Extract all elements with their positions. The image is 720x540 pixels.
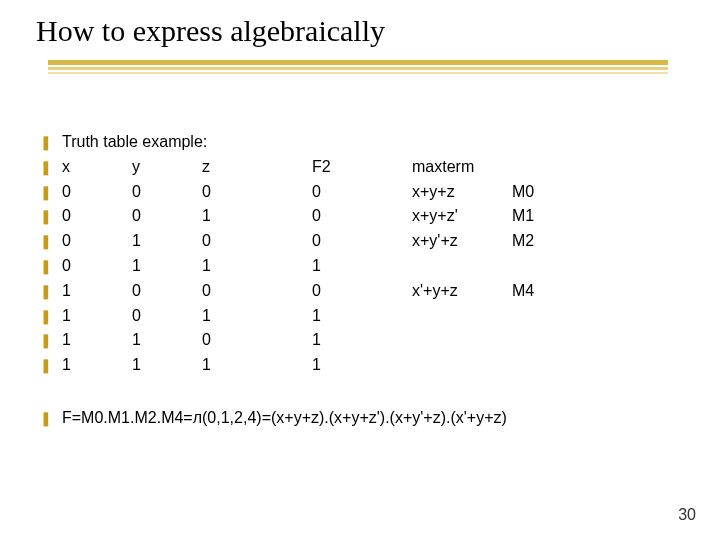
cell-z: 0 — [202, 180, 312, 205]
cell-maxterm: x+y+z' — [412, 204, 512, 229]
cell-y: 1 — [132, 353, 202, 378]
cell-x: 1 — [62, 304, 132, 329]
cell-f: 0 — [312, 279, 412, 304]
cell-y: 0 — [132, 180, 202, 205]
slide-title: How to express algebraically — [36, 14, 385, 48]
page-number: 30 — [678, 506, 696, 524]
cell-f: 1 — [312, 304, 412, 329]
summary-row: ❚ F=M0.M1.M2.M4=л(0,1,2,4)=(x+y+z).(x+y+… — [40, 406, 680, 431]
cell-f: 0 — [312, 180, 412, 205]
cell-z: 1 — [202, 353, 312, 378]
bullet-icon: ❚ — [40, 355, 62, 377]
header-row: ❚ x y z F2 maxterm — [40, 155, 680, 180]
slide: How to express algebraically ❚ Truth tab… — [0, 0, 720, 540]
bullet-icon: ❚ — [40, 408, 62, 430]
cell-maxterm: x'+y+z — [412, 279, 512, 304]
cell-f: 0 — [312, 204, 412, 229]
bullet-icon: ❚ — [40, 231, 62, 253]
cell-y: 0 — [132, 304, 202, 329]
bullet-icon: ❚ — [40, 281, 62, 303]
table-row: ❚ 0 0 0 0 x+y+z M0 — [40, 180, 680, 205]
cell-y: 0 — [132, 204, 202, 229]
table-row: ❚ 1 0 0 0 x'+y+z M4 — [40, 279, 680, 304]
table-row: ❚ 0 1 0 0 x+y'+z M2 — [40, 229, 680, 254]
col-y-header: y — [132, 155, 202, 180]
table-row: ❚ 1 0 1 1 — [40, 304, 680, 329]
cell-f: 1 — [312, 254, 412, 279]
col-f-header: F2 — [312, 155, 412, 180]
intro-row: ❚ Truth table example: — [40, 130, 680, 155]
cell-z: 0 — [202, 279, 312, 304]
cell-maxterm: x+y'+z — [412, 229, 512, 254]
table-row: ❚ 0 0 1 0 x+y+z' M1 — [40, 204, 680, 229]
cell-y: 1 — [132, 254, 202, 279]
cell-z: 1 — [202, 304, 312, 329]
summary-text: F=M0.M1.M2.M4=л(0,1,2,4)=(x+y+z).(x+y+z'… — [62, 406, 507, 431]
bullet-icon: ❚ — [40, 206, 62, 228]
col-maxterm-header: maxterm — [412, 155, 512, 180]
table-row: ❚ 1 1 1 1 — [40, 353, 680, 378]
cell-f: 1 — [312, 353, 412, 378]
bullet-icon: ❚ — [40, 256, 62, 278]
cell-mname: M2 — [512, 229, 562, 254]
cell-mname: M4 — [512, 279, 562, 304]
cell-z: 0 — [202, 328, 312, 353]
intro-text: Truth table example: — [62, 130, 207, 155]
bullet-icon: ❚ — [40, 157, 62, 179]
cell-y: 1 — [132, 229, 202, 254]
cell-x: 0 — [62, 180, 132, 205]
cell-x: 1 — [62, 279, 132, 304]
cell-y: 0 — [132, 279, 202, 304]
cell-mname: M0 — [512, 180, 562, 205]
cell-x: 0 — [62, 254, 132, 279]
col-z-header: z — [202, 155, 312, 180]
bullet-icon: ❚ — [40, 182, 62, 204]
cell-y: 1 — [132, 328, 202, 353]
cell-x: 1 — [62, 328, 132, 353]
bullet-icon: ❚ — [40, 132, 62, 154]
cell-z: 1 — [202, 254, 312, 279]
cell-x: 1 — [62, 353, 132, 378]
bullet-icon: ❚ — [40, 306, 62, 328]
content-area: ❚ Truth table example: ❚ x y z F2 maxter… — [40, 130, 680, 431]
title-underline — [48, 60, 668, 82]
cell-z: 1 — [202, 204, 312, 229]
table-row: ❚ 0 1 1 1 — [40, 254, 680, 279]
cell-f: 0 — [312, 229, 412, 254]
cell-maxterm: x+y+z — [412, 180, 512, 205]
col-x-header: x — [62, 155, 132, 180]
bullet-icon: ❚ — [40, 330, 62, 352]
cell-x: 0 — [62, 229, 132, 254]
cell-x: 0 — [62, 204, 132, 229]
table-row: ❚ 1 1 0 1 — [40, 328, 680, 353]
cell-f: 1 — [312, 328, 412, 353]
cell-z: 0 — [202, 229, 312, 254]
cell-mname: M1 — [512, 204, 562, 229]
